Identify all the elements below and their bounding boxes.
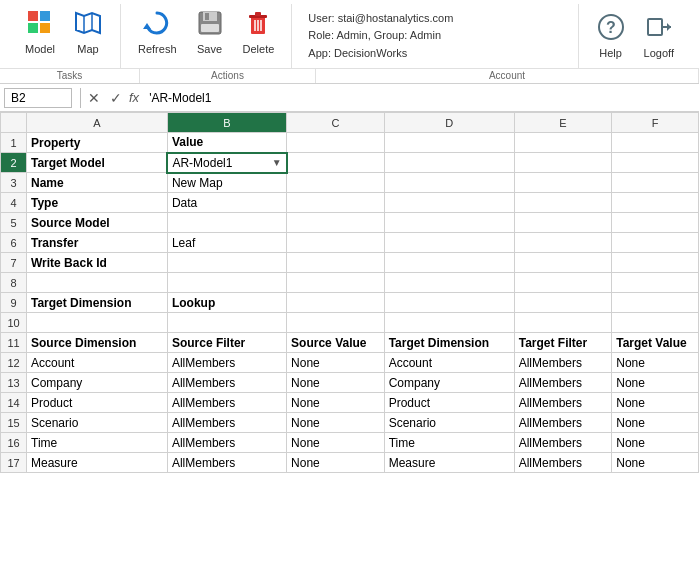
cell-11-C[interactable]: Source Value: [287, 333, 385, 353]
cell-4-B[interactable]: Data: [167, 193, 286, 213]
col-header-D[interactable]: D: [384, 113, 514, 133]
cell-3-C[interactable]: [287, 173, 385, 193]
model-button[interactable]: Model: [18, 4, 62, 60]
cell-11-A[interactable]: Source Dimension: [27, 333, 168, 353]
col-header-F[interactable]: F: [612, 113, 699, 133]
cell-11-F[interactable]: Target Value: [612, 333, 699, 353]
cell-3-F[interactable]: [612, 173, 699, 193]
delete-button[interactable]: Delete: [236, 4, 282, 60]
cell-9-A[interactable]: Target Dimension: [27, 293, 168, 313]
cell-13-F[interactable]: None: [612, 373, 699, 393]
cell-14-C[interactable]: None: [287, 393, 385, 413]
save-button[interactable]: Save: [188, 4, 232, 60]
cell-2-C[interactable]: [287, 153, 385, 173]
col-header-B[interactable]: B: [167, 113, 286, 133]
cell-12-A[interactable]: Account: [27, 353, 168, 373]
help-button[interactable]: ? Help: [589, 8, 633, 64]
cell-10-F[interactable]: [612, 313, 699, 333]
cell-1-C[interactable]: [287, 133, 385, 153]
cell-16-F[interactable]: None: [612, 433, 699, 453]
cell-3-A[interactable]: Name: [27, 173, 168, 193]
cell-14-F[interactable]: None: [612, 393, 699, 413]
cancel-icon[interactable]: ✕: [85, 89, 103, 107]
cell-13-D[interactable]: Company: [384, 373, 514, 393]
cell-15-F[interactable]: None: [612, 413, 699, 433]
cell-9-C[interactable]: [287, 293, 385, 313]
cell-5-C[interactable]: [287, 213, 385, 233]
cell-5-B[interactable]: [167, 213, 286, 233]
cell-7-B[interactable]: [167, 253, 286, 273]
cell-12-C[interactable]: None: [287, 353, 385, 373]
col-header-A[interactable]: A: [27, 113, 168, 133]
cell-1-F[interactable]: [612, 133, 699, 153]
cell-8-F[interactable]: [612, 273, 699, 293]
cell-1-B[interactable]: Value: [167, 133, 286, 153]
cell-1-E[interactable]: [514, 133, 612, 153]
cell-12-E[interactable]: AllMembers: [514, 353, 612, 373]
cell-15-C[interactable]: None: [287, 413, 385, 433]
cell-3-E[interactable]: [514, 173, 612, 193]
cell-1-D[interactable]: [384, 133, 514, 153]
cell-2-A[interactable]: Target Model: [27, 153, 168, 173]
cell-13-E[interactable]: AllMembers: [514, 373, 612, 393]
cell-5-A[interactable]: Source Model: [27, 213, 168, 233]
col-header-C[interactable]: C: [287, 113, 385, 133]
logoff-button[interactable]: Logoff: [637, 8, 681, 64]
cell-5-F[interactable]: [612, 213, 699, 233]
cell-4-C[interactable]: [287, 193, 385, 213]
cell-17-E[interactable]: AllMembers: [514, 453, 612, 473]
cell-17-C[interactable]: None: [287, 453, 385, 473]
cell-9-B[interactable]: Lookup: [167, 293, 286, 313]
cell-7-D[interactable]: [384, 253, 514, 273]
col-header-E[interactable]: E: [514, 113, 612, 133]
cell-12-D[interactable]: Account: [384, 353, 514, 373]
cell-17-F[interactable]: None: [612, 453, 699, 473]
cell-7-C[interactable]: [287, 253, 385, 273]
cell-8-A[interactable]: [27, 273, 168, 293]
cell-17-A[interactable]: Measure: [27, 453, 168, 473]
cell-2-D[interactable]: [384, 153, 514, 173]
cell-17-D[interactable]: Measure: [384, 453, 514, 473]
cell-2-E[interactable]: [514, 153, 612, 173]
cell-16-B[interactable]: AllMembers: [167, 433, 286, 453]
cell-17-B[interactable]: AllMembers: [167, 453, 286, 473]
cell-13-A[interactable]: Company: [27, 373, 168, 393]
cell-2-B[interactable]: AR-Model1▼: [167, 153, 286, 173]
cell-1-A[interactable]: Property: [27, 133, 168, 153]
cell-reference-input[interactable]: [4, 88, 72, 108]
map-button[interactable]: Map: [66, 4, 110, 60]
cell-7-F[interactable]: [612, 253, 699, 273]
confirm-icon[interactable]: ✓: [107, 89, 125, 107]
cell-3-D[interactable]: [384, 173, 514, 193]
cell-14-B[interactable]: AllMembers: [167, 393, 286, 413]
cell-5-D[interactable]: [384, 213, 514, 233]
cell-11-E[interactable]: Target Filter: [514, 333, 612, 353]
cell-11-B[interactable]: Source Filter: [167, 333, 286, 353]
cell-8-C[interactable]: [287, 273, 385, 293]
cell-16-D[interactable]: Time: [384, 433, 514, 453]
cell-2-F[interactable]: [612, 153, 699, 173]
cell-11-D[interactable]: Target Dimension: [384, 333, 514, 353]
cell-16-A[interactable]: Time: [27, 433, 168, 453]
cell-15-D[interactable]: Scenario: [384, 413, 514, 433]
cell-8-B[interactable]: [167, 273, 286, 293]
cell-4-E[interactable]: [514, 193, 612, 213]
cell-6-A[interactable]: Transfer: [27, 233, 168, 253]
cell-16-C[interactable]: None: [287, 433, 385, 453]
cell-14-D[interactable]: Product: [384, 393, 514, 413]
cell-6-E[interactable]: [514, 233, 612, 253]
cell-4-A[interactable]: Type: [27, 193, 168, 213]
cell-6-F[interactable]: [612, 233, 699, 253]
cell-14-A[interactable]: Product: [27, 393, 168, 413]
refresh-button[interactable]: Refresh: [131, 4, 184, 60]
cell-15-A[interactable]: Scenario: [27, 413, 168, 433]
cell-5-E[interactable]: [514, 213, 612, 233]
cell-4-F[interactable]: [612, 193, 699, 213]
cell-6-B[interactable]: Leaf: [167, 233, 286, 253]
cell-4-D[interactable]: [384, 193, 514, 213]
cell-12-B[interactable]: AllMembers: [167, 353, 286, 373]
dropdown-arrow-icon[interactable]: ▼: [272, 157, 282, 168]
cell-3-B[interactable]: New Map: [167, 173, 286, 193]
cell-14-E[interactable]: AllMembers: [514, 393, 612, 413]
cell-15-B[interactable]: AllMembers: [167, 413, 286, 433]
